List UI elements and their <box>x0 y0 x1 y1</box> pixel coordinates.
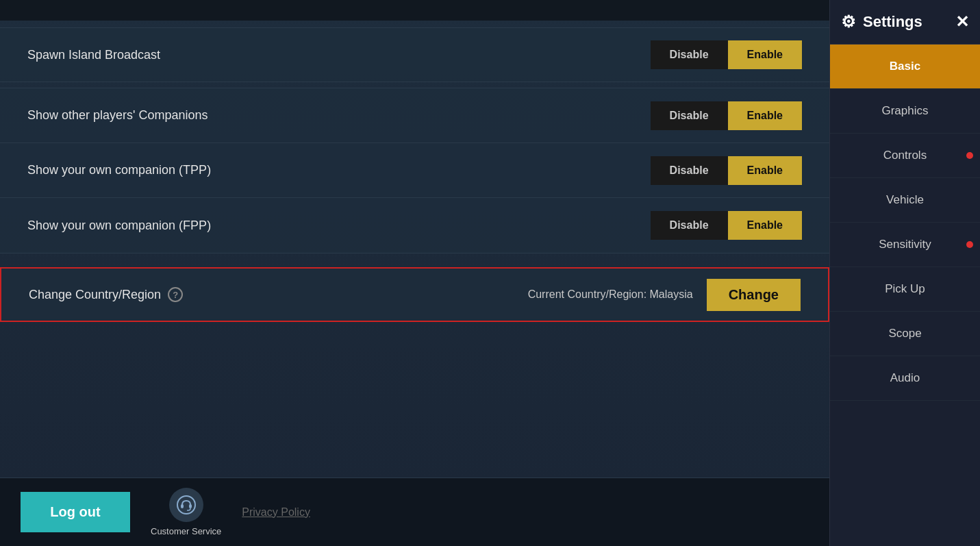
show-own-companion-fpp-enable-btn[interactable]: Enable <box>728 211 802 240</box>
sidebar-title: ⚙ Settings <box>841 12 922 32</box>
help-icon[interactable]: ? <box>168 287 183 302</box>
show-companions-label: Show other players' Companions <box>27 108 208 123</box>
customer-service-button[interactable]: Customer Service <box>151 488 221 536</box>
show-own-companion-tpp-row: Show your own companion (TPP) Disable En… <box>0 143 829 198</box>
svg-rect-2 <box>189 504 192 508</box>
sidebar-nav: Basic Graphics Controls Vehicle Sensitiv… <box>830 45 980 546</box>
country-region-label: Change Country/Region ? <box>29 287 183 302</box>
logout-button[interactable]: Log out <box>21 492 130 532</box>
bottom-bar: Log out Customer Service Privacy Policy <box>0 477 829 546</box>
controls-notification-dot <box>966 152 973 159</box>
show-companions-disable-btn[interactable]: Disable <box>651 101 728 130</box>
sidebar: ⚙ Settings ✕ Basic Graphics Controls Veh… <box>829 0 980 546</box>
show-own-companion-fpp-disable-btn[interactable]: Disable <box>651 211 728 240</box>
show-own-companion-tpp-label: Show your own companion (TPP) <box>27 163 211 177</box>
spawn-island-disable-btn[interactable]: Disable <box>651 40 728 69</box>
close-icon[interactable]: ✕ <box>955 12 969 32</box>
svg-point-0 <box>177 496 195 514</box>
gear-icon: ⚙ <box>841 12 856 32</box>
top-strip <box>0 0 829 21</box>
settings-rows: Spawn Island Broadcast Disable Enable Sh… <box>0 21 829 477</box>
change-country-btn[interactable]: Change <box>707 279 801 311</box>
sidebar-item-audio[interactable]: Audio <box>830 356 980 401</box>
show-own-companion-tpp-enable-btn[interactable]: Enable <box>728 156 802 185</box>
sidebar-item-basic[interactable]: Basic <box>830 45 980 89</box>
main-content: Spawn Island Broadcast Disable Enable Sh… <box>0 0 829 546</box>
show-own-companion-tpp-disable-btn[interactable]: Disable <box>651 156 728 185</box>
spawn-island-broadcast-row: Spawn Island Broadcast Disable Enable <box>0 27 829 82</box>
sidebar-title-text: Settings <box>863 13 922 31</box>
privacy-policy-link[interactable]: Privacy Policy <box>242 506 310 519</box>
country-region-row: Change Country/Region ? Current Country/… <box>0 267 829 322</box>
svg-rect-1 <box>181 504 184 508</box>
sidebar-item-vehicle[interactable]: Vehicle <box>830 178 980 223</box>
show-companions-toggle: Disable Enable <box>651 101 802 130</box>
show-own-companion-tpp-toggle: Disable Enable <box>651 156 802 185</box>
sidebar-item-controls[interactable]: Controls <box>830 134 980 178</box>
show-own-companion-fpp-row: Show your own companion (FPP) Disable En… <box>0 198 829 253</box>
sidebar-item-sensitivity[interactable]: Sensitivity <box>830 223 980 267</box>
spawn-island-label: Spawn Island Broadcast <box>27 48 160 62</box>
spawn-island-enable-btn[interactable]: Enable <box>728 40 802 69</box>
companions-section: Show other players' Companions Disable E… <box>0 88 829 253</box>
country-actions: Current Country/Region: Malaysia Change <box>528 279 801 311</box>
customer-service-label: Customer Service <box>151 526 221 536</box>
sidebar-item-pickup[interactable]: Pick Up <box>830 267 980 312</box>
customer-service-icon <box>169 488 203 522</box>
sidebar-header: ⚙ Settings ✕ <box>830 0 980 45</box>
sidebar-item-scope[interactable]: Scope <box>830 312 980 356</box>
show-companions-row: Show other players' Companions Disable E… <box>0 88 829 143</box>
sensitivity-notification-dot <box>966 241 973 248</box>
show-own-companion-fpp-toggle: Disable Enable <box>651 211 802 240</box>
show-companions-enable-btn[interactable]: Enable <box>728 101 802 130</box>
sidebar-item-graphics[interactable]: Graphics <box>830 89 980 134</box>
current-country-label: Current Country/Region: Malaysia <box>528 288 693 301</box>
spawn-island-toggle: Disable Enable <box>651 40 802 69</box>
show-own-companion-fpp-label: Show your own companion (FPP) <box>27 219 211 233</box>
